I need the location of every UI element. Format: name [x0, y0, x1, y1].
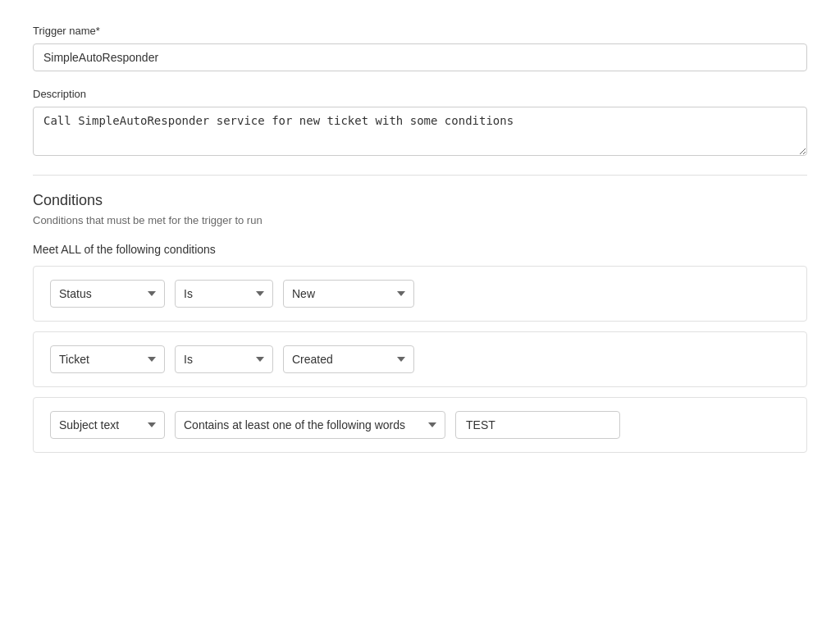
condition-3-field-select[interactable]: Subject text Status Ticket [50, 411, 165, 439]
condition-3-value-input[interactable] [455, 411, 620, 439]
section-divider [33, 175, 807, 176]
trigger-name-label: Trigger name* [33, 25, 807, 37]
conditions-all-label: Meet ALL of the following conditions [33, 243, 807, 256]
trigger-name-section: Trigger name* [33, 25, 807, 71]
condition-2-value-select[interactable]: Created Updated Solved [283, 345, 414, 373]
description-section: Description [33, 88, 807, 158]
description-label: Description [33, 88, 807, 100]
condition-2-field-select[interactable]: Ticket Status Subject text [50, 345, 165, 373]
condition-row-1: Status Ticket Subject text Is Is not Con… [33, 266, 807, 322]
condition-1-field-select[interactable]: Status Ticket Subject text [50, 280, 165, 308]
condition-3-operator-select[interactable]: Contains at least one of the following w… [175, 411, 445, 439]
condition-1-operator-select[interactable]: Is Is not Contains [175, 280, 273, 308]
condition-1-value-select[interactable]: New Open Pending Closed Solved [283, 280, 414, 308]
conditions-subtitle: Conditions that must be met for the trig… [33, 214, 807, 226]
conditions-title: Conditions [33, 192, 807, 209]
trigger-name-input[interactable] [33, 43, 807, 71]
condition-row-2: Ticket Status Subject text Is Is not Con… [33, 331, 807, 387]
description-input[interactable] [33, 107, 807, 156]
condition-2-operator-select[interactable]: Is Is not Contains [175, 345, 273, 373]
condition-row-3: Subject text Status Ticket Contains at l… [33, 397, 807, 453]
conditions-section: Conditions Conditions that must be met f… [33, 192, 807, 453]
